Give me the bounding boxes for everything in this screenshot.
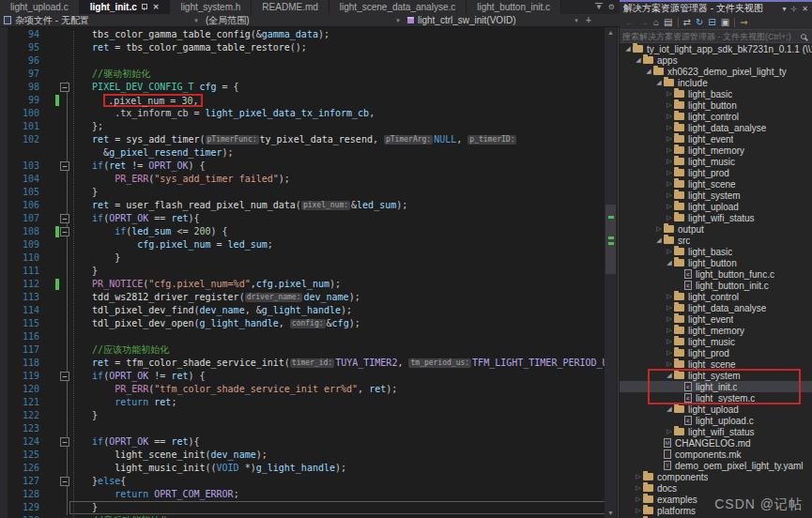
editor-gutter-margin[interactable] <box>41 396 69 409</box>
tree-item-components-mk[interactable]: components.mk <box>620 449 812 460</box>
editor-gutter-margin[interactable] <box>41 291 69 304</box>
tree-item-light-data-analyse[interactable]: ▷light_data_analyse <box>620 122 812 133</box>
tab-light-button-init-c[interactable]: light_button_init.c <box>467 0 561 14</box>
code-line[interactable]: 102 ret = sys_add_timer(pTimerFunc:ty_pi… <box>0 133 606 146</box>
tree-item-light-button-func-c[interactable]: clight_button_func.c <box>620 268 812 280</box>
code-editor[interactable]: 94 tbs_color_gamma_table_config(&gamma_d… <box>0 27 619 518</box>
chevron-collapsed-icon[interactable]: ▷ <box>634 484 643 492</box>
tree-item-light-memory[interactable]: ▷light_memory <box>620 145 812 156</box>
fold-collapse-icon[interactable]: − <box>60 83 69 92</box>
chevron-collapsed-icon[interactable]: ▷ <box>665 113 674 120</box>
switch-view-icon[interactable]: ▤ <box>664 16 672 29</box>
code-line[interactable]: 130 //音乐功能初始化 <box>0 514 606 518</box>
tree-item-light-system[interactable]: ◢light_system <box>620 370 812 381</box>
tree-item-light-button-init-c[interactable]: clight_button_init.c <box>620 280 812 291</box>
editor-gutter-margin[interactable] <box>41 199 69 212</box>
editor-gutter-margin[interactable] <box>41 462 69 475</box>
tree-item-light-upload-c[interactable]: clight_upload.c <box>620 415 812 426</box>
editor-gutter-margin[interactable] <box>41 146 69 160</box>
code-line[interactable]: 129 } <box>0 501 606 514</box>
fold-collapse-icon[interactable]: − <box>60 227 69 236</box>
tree-item-xh0623-demo-pixel-light-ty[interactable]: ◢xh0623_demo_pixel_light_ty <box>620 66 812 77</box>
code-line[interactable]: 112 PR_NOTICE("cfg.pixel_num=%d",cfg.pix… <box>0 278 606 291</box>
search-input[interactable] <box>622 32 801 41</box>
chevron-collapsed-icon[interactable]: ▷ <box>665 428 674 435</box>
tree-item-light-scene[interactable]: ▷light_scene <box>620 178 812 190</box>
code-line[interactable]: 121 return ret; <box>0 396 606 409</box>
chevron-collapsed-icon[interactable]: ▷ <box>665 248 674 255</box>
editor-gutter-margin[interactable] <box>41 330 69 343</box>
code-line[interactable]: 116 <box>0 330 606 343</box>
tree-item-docs[interactable]: ▷docs <box>620 482 812 494</box>
tab-light-scene-data-analyse-c[interactable]: light_scene_data_analyse.c <box>329 0 467 14</box>
editor-gutter-margin[interactable] <box>41 41 69 54</box>
tree-item-light-event[interactable]: ▷light_event <box>620 133 812 145</box>
chevron-collapsed-icon[interactable]: ▷ <box>634 507 643 514</box>
editor-gutter-margin[interactable] <box>41 449 69 462</box>
editor-gutter-margin[interactable] <box>41 488 69 501</box>
chevron-collapsed-icon[interactable]: ▷ <box>654 225 664 233</box>
tree-item-light-event[interactable]: ▷light_event <box>620 313 812 325</box>
scroll-down-icon[interactable]: ▼ <box>605 508 617 518</box>
chevron-collapsed-icon[interactable]: ▷ <box>665 124 674 131</box>
code-line[interactable]: 128 return OPRT_COM_ERROR; <box>0 488 606 501</box>
editor-gutter-margin[interactable]: − <box>41 475 69 488</box>
scroll-up-icon[interactable]: ▲ <box>605 27 617 38</box>
tree-item-light-wifi-status[interactable]: ▷light_wifi_status <box>620 212 812 223</box>
editor-gutter-margin[interactable]: − <box>41 225 69 238</box>
panel-close-icon[interactable]: ✕ <box>802 5 808 13</box>
code-line[interactable]: 103− if(ret != OPRT_OK) { <box>0 160 606 173</box>
tree-item-apps[interactable]: ◢apps <box>620 54 812 66</box>
editor-gutter-margin[interactable] <box>41 68 69 81</box>
tree-item-light-wifi-status[interactable]: ▷light_wifi_status <box>620 426 812 437</box>
forward-icon[interactable]: → <box>639 16 649 29</box>
tree-item-light-prod[interactable]: ▷light_prod <box>620 167 812 178</box>
code-line[interactable]: 113 tdd_ws2812_driver_register(driver_na… <box>0 291 606 304</box>
home-icon[interactable]: ⌂ <box>653 16 659 29</box>
code-line[interactable]: 117 //应该功能初始化 <box>0 343 606 357</box>
code-line[interactable]: 110 } <box>0 251 606 265</box>
editor-gutter-margin[interactable] <box>41 238 69 251</box>
fold-collapse-icon[interactable]: − <box>60 372 69 381</box>
chevron-collapsed-icon[interactable]: ▷ <box>665 146 674 154</box>
pan-icon[interactable]: + <box>582 15 595 25</box>
tree-item-light-data-analyse[interactable]: ▷light_data_analyse <box>620 302 812 313</box>
code-line[interactable]: 105 } <box>0 186 606 199</box>
fold-collapse-icon[interactable]: − <box>60 161 69 171</box>
code-line[interactable]: 108− if(led_sum <= 200) { <box>0 225 606 238</box>
editor-gutter-margin[interactable] <box>41 120 69 133</box>
panel-menu-chevron-icon[interactable]: ▾ <box>783 5 787 13</box>
code-line[interactable]: 126 light_music_init((VOID *)g_light_han… <box>0 462 606 475</box>
chevron-collapsed-icon[interactable]: ▷ <box>665 203 674 210</box>
tree-item-light-upload[interactable]: ▷light_upload <box>620 201 812 212</box>
editor-gutter-margin[interactable] <box>41 383 69 396</box>
code-line[interactable]: 100 .tx_inform_cb = light_pixel_data_tx_… <box>0 107 606 120</box>
chevron-collapsed-icon[interactable]: ▷ <box>665 158 674 165</box>
chevron-collapsed-icon[interactable]: ▷ <box>665 101 674 109</box>
filter-icon[interactable]: ⇒ <box>740 16 747 29</box>
editor-gutter-margin[interactable]: − <box>41 212 69 225</box>
code-line[interactable]: 119− if(OPRT_OK != ret) { <box>0 370 606 383</box>
code-line[interactable]: 115 tdl_pixel_dev_open(g_light_handle, c… <box>0 317 606 330</box>
tree-item-light-system-c[interactable]: clight_system.c <box>620 392 812 404</box>
chevron-collapsed-icon[interactable]: ▷ <box>665 349 674 357</box>
tab-light-system-h[interactable]: light_system.h <box>170 0 252 14</box>
tree-item-light-control[interactable]: ▷light_control <box>620 291 812 302</box>
chevron-collapsed-icon[interactable]: ▷ <box>665 293 674 300</box>
code-line[interactable]: 99 .pixel_num = 30, <box>0 94 606 107</box>
chevron-expanded-icon[interactable]: ◢ <box>654 236 664 244</box>
pin-icon[interactable] <box>141 4 147 10</box>
editor-gutter-margin[interactable] <box>41 28 69 41</box>
fold-collapse-icon[interactable]: − <box>60 214 69 223</box>
code-line[interactable]: 127− }else{ <box>0 475 606 488</box>
code-line[interactable]: 114 tdl_pixel_dev_find(dev_name, &g_ligh… <box>0 304 606 317</box>
document-overflow-icon[interactable]: ▼ <box>595 3 603 11</box>
chevron-collapsed-icon[interactable]: ▷ <box>665 360 674 368</box>
chevron-collapsed-icon[interactable]: ▷ <box>665 304 674 312</box>
editor-gutter-margin[interactable] <box>41 173 69 186</box>
code-line[interactable]: 95 ret = tbs_color_gamma_table_restore()… <box>0 41 606 54</box>
editor-gutter-margin[interactable] <box>41 422 69 435</box>
code-line[interactable]: 97 //驱动初始化 <box>0 68 606 81</box>
editor-gutter-margin[interactable] <box>41 317 69 330</box>
tree-item-output[interactable]: ▷output <box>620 223 812 235</box>
